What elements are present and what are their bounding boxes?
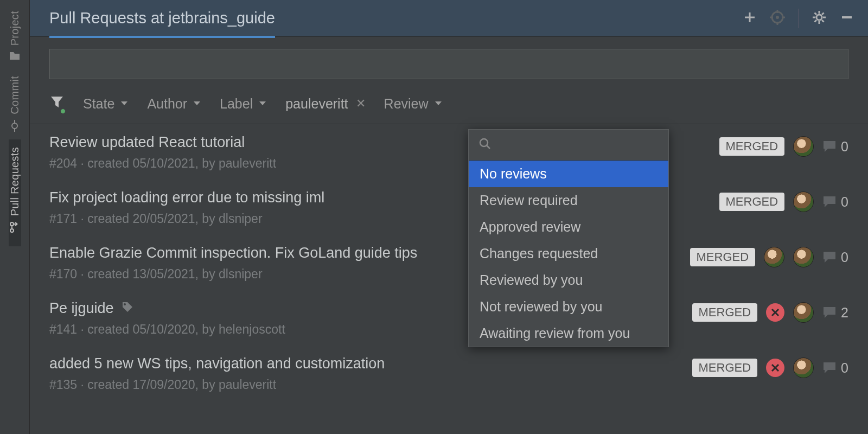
status-badge: MERGED xyxy=(719,193,785,211)
svg-line-32 xyxy=(487,145,490,149)
comment-icon xyxy=(822,140,837,153)
comment-icon xyxy=(822,195,837,208)
avatar xyxy=(793,192,814,212)
svg-point-4 xyxy=(10,229,14,232)
filter-state[interactable]: State xyxy=(83,96,129,112)
pull-request-row[interactable]: added 5 new WS tips, navigation and cust… xyxy=(30,346,868,401)
dropdown-item[interactable]: Not reviewed by you xyxy=(469,293,668,320)
gear-icon[interactable] xyxy=(812,10,827,27)
filter-author[interactable]: Author xyxy=(147,96,201,112)
filter-chip: pauleveritt ✕ xyxy=(285,96,365,112)
filter-label[interactable]: Label xyxy=(220,96,267,112)
sidebar-tab-label: Project xyxy=(9,11,21,46)
pr-meta: #135 · created 17/09/2020, by pauleverit… xyxy=(49,378,692,392)
tag-icon xyxy=(122,300,133,317)
search-row xyxy=(30,37,868,86)
filter-icon[interactable] xyxy=(49,94,65,113)
sidebar-tab-project[interactable]: Project xyxy=(9,3,21,68)
chevron-down-icon xyxy=(434,100,443,107)
comment-count: 2 xyxy=(822,305,848,321)
dropdown-item[interactable]: Awaiting review from you xyxy=(469,320,668,347)
pull-request-list: Review updated React tutorial#204 · crea… xyxy=(30,124,868,434)
tool-window-sidebar: Project Commit Pull Requests xyxy=(0,0,30,434)
panel-title: Pull Requests at jetbrains_guide xyxy=(49,9,275,35)
minimize-icon[interactable] xyxy=(840,10,854,27)
target-icon[interactable] xyxy=(770,10,785,27)
dropdown-search[interactable] xyxy=(469,130,668,161)
avatar xyxy=(764,247,784,267)
pull-request-icon xyxy=(9,221,21,233)
status-badge: MERGED xyxy=(719,137,785,156)
ci-fail-icon xyxy=(766,359,784,377)
svg-point-26 xyxy=(124,303,126,305)
sidebar-tab-commit[interactable]: Commit xyxy=(9,68,21,139)
svg-line-19 xyxy=(815,12,817,15)
folder-icon xyxy=(9,51,21,61)
svg-line-22 xyxy=(815,20,817,22)
dropdown-item[interactable]: Changes requested xyxy=(469,240,668,267)
svg-point-9 xyxy=(776,16,779,19)
svg-point-31 xyxy=(480,139,488,146)
sidebar-tab-pull-requests[interactable]: Pull Requests xyxy=(9,139,21,246)
review-filter-dropdown: No reviewsReview requiredApproved review… xyxy=(468,129,669,347)
comment-count: 0 xyxy=(822,194,848,210)
filter-label-text: Label xyxy=(220,96,253,112)
ci-fail-icon xyxy=(766,303,784,322)
avatar xyxy=(793,136,814,157)
sidebar-tab-label: Pull Requests xyxy=(9,147,21,216)
pull-request-row[interactable]: Review updated React tutorial#204 · crea… xyxy=(30,124,868,180)
filter-label: Review xyxy=(384,96,429,112)
commit-icon xyxy=(9,120,21,132)
svg-point-0 xyxy=(12,123,17,129)
pr-title: added 5 new WS tips, navigation and cust… xyxy=(49,355,692,372)
dropdown-item[interactable]: Approved review xyxy=(469,214,668,240)
search-input[interactable] xyxy=(49,49,848,79)
comment-icon xyxy=(822,251,837,264)
add-icon[interactable] xyxy=(743,10,757,27)
pull-request-row[interactable]: Pe ijguide#141 · created 05/10/2020, by … xyxy=(30,290,868,346)
dropdown-item[interactable]: Reviewed by you xyxy=(469,267,668,293)
status-badge: MERGED xyxy=(690,248,756,266)
header-actions xyxy=(743,9,854,28)
chip-value: pauleveritt xyxy=(285,96,348,112)
svg-line-20 xyxy=(822,20,824,22)
comment-icon xyxy=(822,306,837,319)
status-badge: MERGED xyxy=(692,303,758,322)
filter-label: Author xyxy=(147,96,187,112)
comment-count: 0 xyxy=(822,250,848,265)
avatar xyxy=(793,302,814,323)
pull-request-row[interactable]: Enable Grazie Commit inspection. Fix GoL… xyxy=(30,235,868,290)
comment-count: 0 xyxy=(822,139,848,155)
comment-count: 0 xyxy=(822,360,848,376)
chevron-down-icon xyxy=(193,100,201,107)
chevron-down-icon xyxy=(120,100,129,107)
avatar xyxy=(793,358,814,378)
sidebar-tab-label: Commit xyxy=(9,76,21,114)
pull-request-row[interactable]: Fix project loading error due to missing… xyxy=(30,180,868,235)
dropdown-item[interactable]: Review required xyxy=(469,187,668,214)
chip-remove-icon[interactable]: ✕ xyxy=(356,97,366,111)
svg-point-14 xyxy=(816,15,822,20)
search-icon xyxy=(478,137,492,150)
filter-review[interactable]: Review xyxy=(384,96,443,112)
status-badge: MERGED xyxy=(692,359,758,377)
pull-requests-panel: Pull Requests at jetbrains_guide xyxy=(30,0,868,434)
avatar xyxy=(793,247,814,267)
svg-line-21 xyxy=(822,12,824,15)
divider xyxy=(798,9,799,28)
chevron-down-icon xyxy=(258,100,267,107)
comment-icon xyxy=(822,361,837,374)
dropdown-item[interactable]: No reviews xyxy=(469,161,668,187)
svg-point-3 xyxy=(10,222,14,226)
filter-bar: State Author Label pauleveritt ✕ Review xyxy=(30,86,868,124)
filter-label: State xyxy=(83,96,114,112)
panel-header: Pull Requests at jetbrains_guide xyxy=(30,0,868,37)
